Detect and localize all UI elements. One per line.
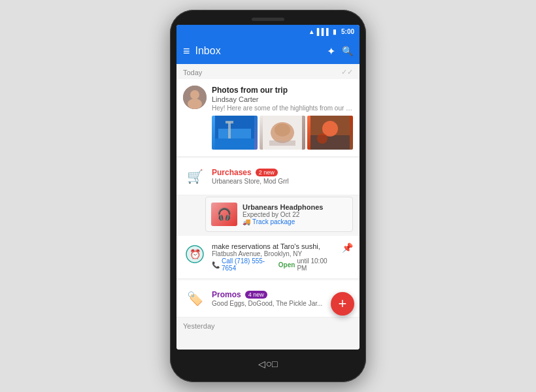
reminder-body: make reservations at Taro's sushi, Flatb… — [212, 242, 337, 272]
svg-rect-6 — [228, 122, 231, 139]
truck-icon: 🚚 — [243, 218, 250, 225]
clock: 5:00 — [341, 28, 354, 35]
email-sender: Lindsay Carter — [212, 95, 353, 103]
tag-icon: 🏷️ — [183, 287, 207, 310]
purchases-title: Purchases 2 new — [212, 168, 353, 177]
battery-icon: ▮ — [333, 28, 337, 35]
open-status: Open — [278, 261, 295, 269]
hamburger-menu-icon[interactable]: ≡ — [183, 44, 190, 58]
package-image: 🎧 — [211, 203, 237, 226]
photo-strip — [212, 116, 353, 150]
svg-text:⏰: ⏰ — [190, 249, 201, 260]
photo-thumb-1 — [212, 116, 258, 150]
svg-point-2 — [188, 99, 202, 109]
mark-all-read-icon[interactable]: ✓✓ — [341, 68, 353, 76]
today-label: Today — [183, 69, 202, 76]
pin-icon: 📌 — [342, 242, 353, 253]
email-subject: Photos from our trip — [212, 86, 353, 95]
phone-screen: ▲ ▌▌▌ ▮ 5:00 ≡ Inbox ✦ 🔍 Today ✓✓ — [176, 25, 360, 350]
purchases-bundle[interactable]: 🛒 Purchases 2 new Urbanears Store, Mod G… — [176, 158, 360, 195]
bulk-select-icon[interactable]: ✦ — [327, 45, 335, 57]
svg-rect-11 — [269, 140, 295, 146]
app-bar-actions: ✦ 🔍 — [327, 45, 353, 57]
purchases-badge: 2 new — [256, 169, 278, 176]
search-icon[interactable]: 🔍 — [342, 46, 353, 56]
today-section-header: Today ✓✓ — [176, 64, 360, 79]
reminder-call[interactable]: 📞 Call (718) 555-7654 Open until 10:00 P… — [212, 257, 337, 272]
reminder-location: Flatbush Avenue, Brooklyn, NY — [212, 250, 337, 257]
svg-rect-13 — [310, 135, 350, 150]
email-item-photos[interactable]: Photos from our trip Lindsay Carter Hey!… — [176, 79, 360, 157]
package-card[interactable]: 🎧 Urbanears Headphones Expected by Oct 2… — [205, 197, 353, 232]
reminder-item[interactable]: ⏰ make reservations at Taro's sushi, Fla… — [176, 236, 360, 279]
email-list: Today ✓✓ Photos from our tr — [176, 64, 360, 350]
svg-rect-5 — [215, 139, 254, 150]
home-button[interactable]: ○ — [265, 358, 272, 370]
svg-point-1 — [190, 90, 199, 99]
phone-icon: 📞 — [212, 261, 220, 269]
back-button[interactable]: ◁ — [258, 359, 265, 369]
purchases-info: Purchases 2 new Urbanears Store, Mod Grr… — [212, 168, 353, 185]
avatar-image — [183, 86, 207, 109]
wifi-icon: ▲ — [309, 28, 315, 35]
package-name: Urbanears Headphones — [243, 203, 347, 211]
package-info: Urbanears Headphones Expected by Oct 22 … — [243, 203, 347, 225]
package-track-link[interactable]: 🚚 Track package — [243, 218, 347, 225]
purchases-senders: Urbanears Store, Mod Grrl — [212, 178, 353, 185]
app-bar-title: Inbox — [195, 45, 327, 57]
package-date: Expected by Oct 22 — [243, 211, 347, 218]
photo-thumb-2 — [260, 116, 305, 150]
phone-speaker — [252, 18, 284, 21]
email-body-photos: Photos from our trip Lindsay Carter Hey!… — [212, 86, 353, 150]
yesterday-section-header: Yesterday — [176, 319, 360, 332]
nav-bar: ◁ ○ □ — [245, 353, 290, 374]
avatar-lindsay — [183, 86, 207, 109]
signal-icon: ▌▌▌ — [317, 28, 331, 35]
status-icons: ▲ ▌▌▌ ▮ 5:00 — [309, 28, 354, 35]
email-preview: Hey! Here are some of the highlights fro… — [212, 105, 353, 112]
svg-point-15 — [317, 133, 327, 144]
promos-badge: 4 new — [245, 291, 267, 299]
status-bar: ▲ ▌▌▌ ▮ 5:00 — [176, 25, 360, 38]
cart-icon: 🛒 — [183, 165, 207, 188]
phone-device: ▲ ▌▌▌ ▮ 5:00 ≡ Inbox ✦ 🔍 Today ✓✓ — [170, 10, 366, 382]
compose-fab[interactable]: + — [331, 292, 354, 316]
svg-point-10 — [275, 123, 290, 137]
reminder-title: make reservations at Taro's sushi, — [212, 242, 337, 250]
photo-thumb-3 — [307, 116, 353, 150]
svg-rect-4 — [218, 129, 251, 139]
recent-apps-button[interactable]: □ — [272, 359, 277, 369]
reminder-icon: ⏰ — [183, 242, 207, 266]
yesterday-label: Yesterday — [183, 322, 215, 330]
app-bar: ≡ Inbox ✦ 🔍 — [176, 38, 360, 64]
svg-rect-7 — [226, 121, 233, 123]
